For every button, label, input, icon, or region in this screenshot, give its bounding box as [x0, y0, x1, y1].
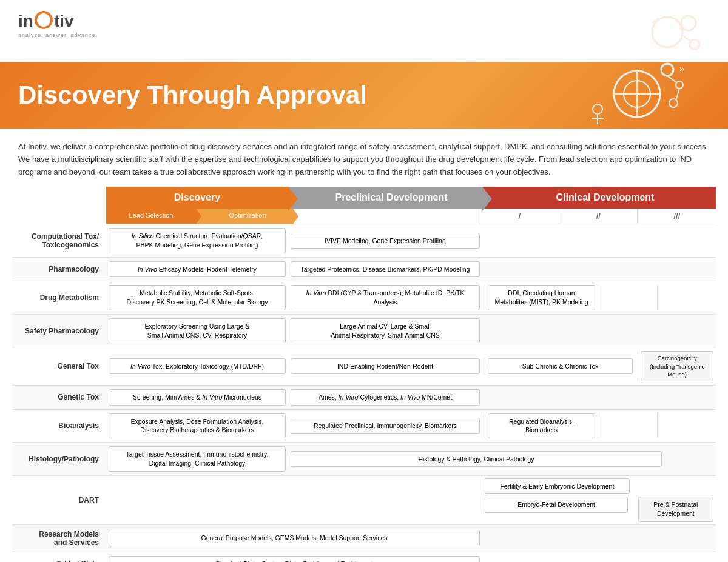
label-teklad: Teklad Diets: [12, 552, 106, 562]
clin-drug-metabolism: DDI, Circulating Human Metabolites (MIST…: [482, 281, 716, 313]
header: in tiv analyze. answer. advance.: [0, 0, 728, 62]
sub-phase-row: Lead Selection Optimization I II III: [106, 209, 716, 224]
svg-point-11: [661, 64, 673, 76]
pre-box-general-tox: IND Enabling Rodent/Non-Rodent: [291, 358, 480, 375]
label-drug-metabolism: Drug Metabolism: [12, 281, 106, 313]
row-genetic-tox: Genetic Tox Screening, Mini Ames & In Vi…: [12, 386, 716, 410]
logo-text: in: [18, 12, 33, 31]
svg-text:»: »: [679, 64, 684, 73]
disc-computational-tox: In Silico Chemical Structure Evaluation/…: [106, 224, 288, 256]
chart-section: Discovery Preclinical Development Clinic…: [0, 187, 728, 562]
sub-lead-label: Lead Selection: [129, 212, 174, 219]
svg-point-2: [681, 16, 696, 30]
sub-lead-selection: Lead Selection: [106, 209, 196, 224]
header-graphic: [637, 11, 710, 56]
row-safety-pharmacology: Safety Pharmacology Exploratory Screenin…: [12, 315, 716, 347]
row-bioanalysis: Bioanalysis Exposure Analysis, Dose Form…: [12, 410, 716, 443]
clin-i-box-drug-metabolism: DDI, Circulating Human Metabolites (MIST…: [488, 285, 595, 310]
sub-opt-label: Optimization: [229, 212, 266, 219]
clin-bioanalysis: Regulated Bioanalysis, Biomarkers: [482, 410, 716, 442]
dart-row2: Embryo-Fetal Development Pre & Postnatal…: [485, 497, 713, 521]
disc-box-computational-tox: In Silico Chemical Structure Evaluation/…: [109, 228, 286, 253]
svg-point-3: [690, 39, 699, 49]
svg-point-13: [669, 99, 678, 107]
svg-line-5: [682, 35, 690, 41]
phase-preclinical: Preclinical Development: [288, 187, 482, 209]
pre-general-tox: IND Enabling Rodent/Non-Rodent: [288, 347, 482, 385]
label-bioanalysis: Bioanalysis: [12, 410, 106, 442]
dart-row1: Fertility & Early Embryonic Development: [485, 478, 713, 495]
pre-histology: Histology & Pathology, Clinical Patholog…: [288, 443, 664, 475]
pre-box-pharmacology: Targeted Proteomics, Disease Biomarkers,…: [291, 261, 480, 278]
clin-iii-general-tox: Carcinogenicity(Including Transgenic Mou…: [638, 351, 713, 381]
clin-ii-drug-metabolism: [598, 285, 655, 310]
phase-clinical: Clinical Development: [482, 187, 716, 209]
label-genetic-tox: Genetic Tox: [12, 386, 106, 409]
dart-embryo-box: Embryo-Fetal Development: [485, 497, 628, 513]
label-pharmacology: Pharmacology: [12, 258, 106, 281]
pre-box-histology: Histology & Pathology, Clinical Patholog…: [291, 451, 662, 467]
pre-box-computational-tox: IVIVE Modeling, Gene Expression Profilin…: [291, 233, 480, 249]
phase-discovery-label: Discovery: [174, 192, 221, 202]
disc-genetic-tox: Screening, Mini Ames & In Vitro Micronuc…: [106, 386, 288, 409]
hero-graphic: »: [582, 61, 692, 130]
clin-dart: Fertility & Early Embryonic Development …: [482, 476, 716, 524]
clin-teklad: [482, 552, 716, 562]
disc-box-teklad: Standard Diets, Custom Diets, Bedding an…: [109, 556, 480, 562]
row-research-models: Research Modelsand Services General Purp…: [12, 525, 716, 552]
label-safety-pharmacology: Safety Pharmacology: [12, 315, 106, 347]
hero-banner: Discovery Through Approval »: [0, 62, 728, 129]
disc-box-histology: Target Tissue Assessment, Immunohistoche…: [109, 446, 286, 471]
sub-preclinical-spacer: [293, 209, 480, 224]
phase-discovery: Discovery: [106, 187, 288, 209]
disc-box-bioanalysis: Exposure Analysis, Dose Formulation Anal…: [109, 413, 286, 438]
clin-genetic-tox: [482, 386, 716, 409]
label-general-tox: General Tox: [12, 347, 106, 385]
dart-fertility-spacer: [637, 478, 713, 495]
disc-drug-metabolism: Metabolic Stability, Metabolic Soft-Spot…: [106, 281, 288, 313]
pre-dart: [288, 476, 482, 524]
row-general-tox: General Tox In Vitro Tox, Exploratory To…: [12, 347, 716, 386]
clin-computational-tox: [482, 224, 716, 256]
row-pharmacology: Pharmacology In Vivo Efficacy Models, Ro…: [12, 258, 716, 282]
disc-box-pharmacology: In Vivo Efficacy Models, Rodent Telemetr…: [109, 261, 286, 278]
disc-pharmacology: In Vivo Efficacy Models, Rodent Telemetr…: [106, 258, 288, 281]
disc-histology: Target Tissue Assessment, Immunohistoche…: [106, 443, 288, 475]
svg-point-1: [652, 17, 682, 47]
logo: in tiv: [18, 11, 98, 32]
dart-embryo-cell: Embryo-Fetal Development: [485, 497, 636, 521]
dart-inner: Fertility & Early Embryonic Development …: [485, 478, 713, 522]
clin-histology: [664, 443, 716, 475]
disc-box-genetic-tox: Screening, Mini Ames & In Vitro Micronuc…: [109, 389, 286, 406]
pre-bioanalysis: Regulated Preclinical, Immunogenicity, B…: [288, 410, 482, 442]
logo-tiv: tiv: [54, 12, 74, 31]
phase-preclinical-label: Preclinical Development: [335, 192, 448, 202]
pre-box-drug-metabolism: In Vitro DDI (CYP & Transporters), Metab…: [291, 285, 480, 310]
sub-optimization: Optimization: [196, 209, 293, 224]
row-histology: Histology/Pathology Target Tissue Assess…: [12, 443, 716, 475]
pre-drug-metabolism: In Vitro DDI (CYP & Transporters), Metab…: [288, 281, 482, 313]
disc-teklad: Standard Diets, Custom Diets, Bedding an…: [106, 552, 482, 562]
svg-point-16: [593, 104, 602, 114]
intro-text: At Inotiv, we deliver a comprehensive po…: [18, 141, 710, 178]
phase-clinical-label: Clinical Development: [556, 192, 655, 202]
clin-general-tox: Sub Chronic & Chronic Tox Carcinogenicit…: [482, 347, 716, 385]
pre-safety-pharmacology: Large Animal CV, Large & SmallAnimal Res…: [288, 315, 482, 347]
logo-tagline: analyze. answer. advance.: [18, 32, 98, 38]
sub-clinical-phases: I II III: [480, 209, 716, 224]
pre-genetic-tox: Ames, In Vitro Cytogenetics, In Vivo MN/…: [288, 386, 482, 409]
clin-research-models: [482, 525, 716, 552]
label-research-models: Research Modelsand Services: [12, 525, 106, 552]
pre-box-genetic-tox: Ames, In Vitro Cytogenetics, In Vivo MN/…: [291, 389, 480, 406]
clin-ii-bioanalysis: [598, 413, 655, 438]
label-histology: Histology/Pathology: [12, 443, 106, 475]
svg-line-14: [667, 76, 676, 82]
dart-postnatal-box: Pre & PostnatalDevelopment: [638, 497, 713, 521]
pre-box-bioanalysis: Regulated Preclinical, Immunogenicity, B…: [291, 418, 480, 434]
dart-postnatal-cell: Pre & PostnatalDevelopment: [636, 497, 713, 521]
disc-bioanalysis: Exposure Analysis, Dose Formulation Anal…: [106, 410, 288, 442]
clin-safety-pharmacology: [482, 315, 716, 347]
row-dart: DART Fertility & Early Embryonic Develop…: [12, 476, 716, 525]
clin-i-general-tox: Sub Chronic & Chronic Tox: [485, 358, 633, 375]
sub-phase-III: III: [637, 209, 716, 224]
